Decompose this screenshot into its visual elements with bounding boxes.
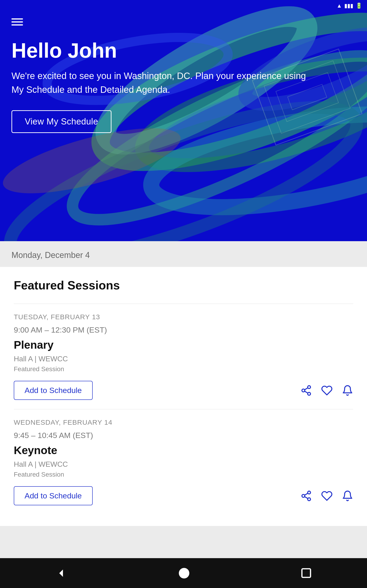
bottom-navigation [0, 558, 367, 588]
home-button[interactable] [178, 567, 190, 579]
share-button-2[interactable] [300, 490, 312, 502]
date-header: Monday, December 4 [0, 241, 367, 267]
session-actions-2: Add to Schedule [14, 486, 353, 505]
content-section: Monday, December 4 Featured Sessions TUE… [0, 241, 367, 558]
sessions-title: Featured Sessions [14, 278, 353, 292]
session-location-2: Hall A | WEWCC [14, 460, 353, 468]
share-button-1[interactable] [300, 385, 312, 396]
session-type-2: Featured Session [14, 471, 353, 478]
session-actions-1: Add to Schedule [14, 381, 353, 400]
session-type-1: Featured Session [14, 365, 353, 373]
battery-icon: 🔋 [356, 2, 362, 9]
svg-line-17 [305, 391, 308, 393]
alert-button-2[interactable] [342, 490, 353, 502]
session-icons-1 [300, 385, 353, 396]
favorite-button-1[interactable] [321, 385, 333, 396]
session-time-1: 9:00 AM – 12:30 PM (EST) [14, 326, 353, 334]
svg-marker-24 [59, 569, 63, 577]
svg-rect-26 [302, 569, 311, 578]
svg-point-25 [179, 568, 190, 578]
status-bar: ▲ ▮▮▮ 🔋 [321, 0, 367, 11]
alert-button-1[interactable] [342, 385, 353, 396]
session-location-1: Hall A | WEWCC [14, 355, 353, 363]
hero-greeting: Hello John [11, 39, 356, 62]
hero-section: ▲ ▮▮▮ 🔋 Hello John We're excited to see … [0, 0, 367, 241]
add-to-schedule-button-2[interactable]: Add to Schedule [14, 486, 93, 505]
session-item-2: WEDNESDAY, FEBRUARY 14 9:45 – 10:45 AM (… [14, 409, 353, 515]
signal-icon: ▮▮▮ [344, 2, 353, 9]
recent-apps-button[interactable] [300, 567, 312, 579]
session-name-2: Keynote [14, 444, 353, 457]
add-to-schedule-button-1[interactable]: Add to Schedule [14, 381, 93, 400]
session-time-2: 9:45 – 10:45 AM (EST) [14, 431, 353, 440]
svg-line-22 [305, 497, 308, 498]
wifi-icon: ▲ [336, 2, 342, 9]
session-item-1: TUESDAY, FEBRUARY 13 9:00 AM – 12:30 PM … [14, 304, 353, 409]
favorite-button-2[interactable] [321, 490, 333, 502]
svg-line-23 [305, 493, 308, 495]
hamburger-menu[interactable] [11, 18, 23, 26]
session-name-1: Plenary [14, 338, 353, 351]
session-day-2: WEDNESDAY, FEBRUARY 14 [14, 418, 353, 426]
svg-line-18 [305, 388, 308, 389]
session-day-1: TUESDAY, FEBRUARY 13 [14, 313, 353, 321]
back-button[interactable] [55, 567, 68, 579]
hero-subtitle: We're excited to see you in Washington, … [11, 69, 310, 96]
view-schedule-button[interactable]: View My Schedule [11, 110, 111, 133]
sessions-section: Featured Sessions TUESDAY, FEBRUARY 13 9… [0, 267, 367, 526]
session-icons-2 [300, 490, 353, 502]
